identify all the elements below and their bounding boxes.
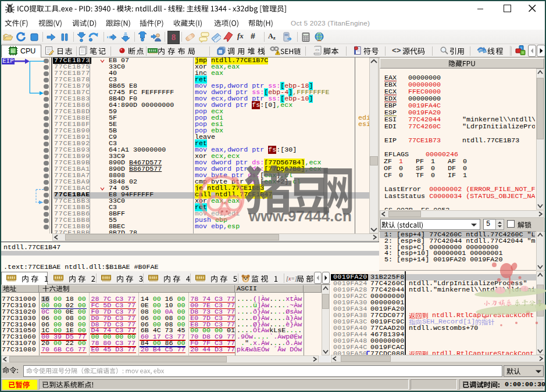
- svg-text:32: 32: [11, 49, 15, 53]
- svg-text:!: !: [277, 51, 279, 55]
- svg-text:<>: <>: [392, 46, 401, 55]
- svg-text:<>: <>: [315, 48, 320, 52]
